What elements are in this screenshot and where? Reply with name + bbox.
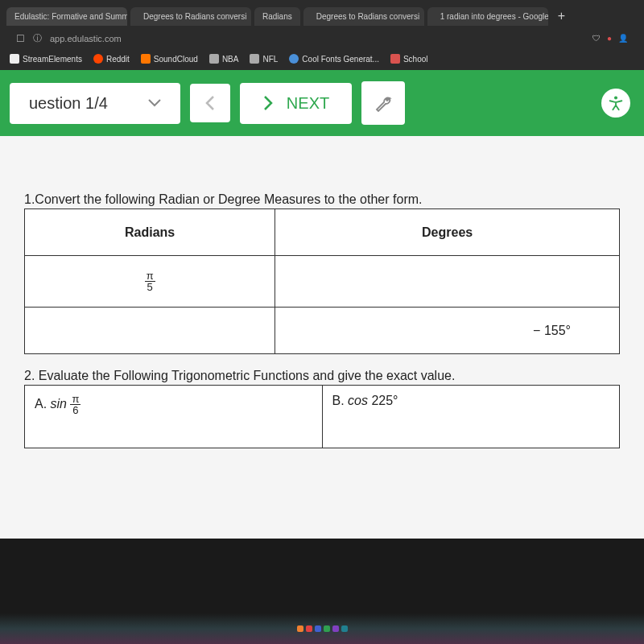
cos-arg: 225° bbox=[371, 394, 398, 407]
bookmark-soundcloud[interactable]: SoundCloud bbox=[141, 54, 198, 64]
taskbar-icon[interactable] bbox=[341, 625, 348, 632]
bookmark-label: Cool Fonts Generat... bbox=[302, 55, 379, 64]
part-b-label: B. bbox=[332, 394, 349, 407]
cell-sin[interactable]: A. sin π 6 bbox=[25, 386, 323, 448]
cos-func: cos bbox=[348, 394, 371, 407]
problem-1-prompt: 1.Convert the following Radian or Degree… bbox=[24, 192, 620, 207]
bookmark-icon bbox=[10, 54, 19, 64]
bookmark-coolfonts[interactable]: Cool Fonts Generat... bbox=[289, 54, 379, 64]
browser-sys-icons: 🛡 ● 👤 bbox=[592, 34, 628, 43]
fraction-pi-5: π 5 bbox=[145, 270, 155, 292]
browser-tab-radians[interactable]: Radians bbox=[254, 7, 300, 26]
cell-radians-2[interactable] bbox=[25, 308, 275, 354]
sin-func: sin bbox=[51, 397, 71, 411]
table-header-row: Radians Degrees bbox=[25, 209, 620, 256]
accessibility-button[interactable] bbox=[597, 85, 634, 122]
shield-icon[interactable]: 🛡 bbox=[592, 34, 601, 43]
problem-2: 2. Evaluate the Following Trigonometric … bbox=[24, 369, 620, 448]
next-label: NEXT bbox=[287, 94, 329, 113]
taskbar-icon[interactable] bbox=[324, 625, 330, 632]
accessibility-icon bbox=[601, 89, 630, 118]
tab-label: Radians bbox=[262, 12, 292, 21]
bookmark-nfl[interactable]: NFL bbox=[250, 54, 278, 64]
cell-degrees-2[interactable]: − 155° bbox=[275, 308, 620, 354]
taskbar[interactable] bbox=[0, 613, 644, 644]
reddit-icon bbox=[93, 54, 103, 64]
bookmark-label: NFL bbox=[262, 55, 278, 64]
nfl-icon bbox=[250, 54, 259, 64]
address-bar-row: ☐ ⓘ app.edulastic.com 🛡 ● 👤 bbox=[0, 27, 644, 49]
bookmark-label: NBA bbox=[222, 55, 239, 64]
browser-tab-edulastic[interactable]: Edulastic: Formative and Summ × bbox=[6, 7, 127, 26]
bookmark-streamelements[interactable]: StreamElements bbox=[10, 54, 82, 64]
browser-tab-degrees-2[interactable]: Degrees to Radians conversi bbox=[303, 7, 424, 26]
taskbar-icon[interactable] bbox=[315, 625, 321, 632]
evaluate-table: A. sin π 6 B. cos 225° bbox=[24, 385, 620, 448]
school-icon bbox=[390, 54, 400, 64]
nba-icon bbox=[209, 54, 219, 64]
browser-tab-google[interactable]: 1 radian into degrees - Google S bbox=[427, 7, 548, 26]
bookmark-label: StreamElements bbox=[23, 55, 82, 64]
site-lock-icon[interactable]: ⓘ bbox=[33, 32, 42, 44]
chevron-down-icon[interactable] bbox=[148, 99, 161, 107]
browser-tab-degrees-1[interactable]: Degrees to Radians conversi bbox=[130, 7, 251, 26]
conversion-table: Radians Degrees π 5 − 155° bbox=[24, 208, 620, 354]
address-url[interactable]: app.edulastic.com bbox=[50, 34, 122, 43]
browser-chrome: Edulastic: Formative and Summ × Degrees … bbox=[0, 0, 644, 70]
tools-button[interactable] bbox=[361, 81, 405, 125]
question-indicator[interactable]: uestion 1/4 bbox=[10, 83, 180, 124]
coolfonts-icon bbox=[289, 54, 299, 64]
wrench-icon bbox=[374, 93, 393, 113]
browser-tab-row: Edulastic: Formative and Summ × Degrees … bbox=[0, 5, 644, 27]
tab-label: Degrees to Radians conversi bbox=[143, 12, 246, 21]
bookmark-label: Reddit bbox=[106, 55, 130, 64]
cell-radians-1[interactable]: π 5 bbox=[25, 256, 275, 308]
bookmark-star-icon[interactable]: ☐ bbox=[16, 33, 25, 44]
tab-label: Edulastic: Formative and Summ bbox=[14, 12, 127, 21]
table-row: A. sin π 6 B. cos 225° bbox=[25, 386, 620, 448]
profile-icon[interactable]: 👤 bbox=[618, 34, 628, 43]
cell-cos[interactable]: B. cos 225° bbox=[322, 386, 620, 448]
cell-degrees-1[interactable] bbox=[275, 256, 620, 308]
table-row: − 155° bbox=[25, 308, 620, 354]
svg-point-0 bbox=[614, 97, 617, 100]
tab-label: 1 radian into degrees - Google S bbox=[440, 12, 548, 21]
header-radians: Radians bbox=[25, 209, 275, 256]
taskbar-icon[interactable] bbox=[332, 625, 339, 632]
bookmark-label: SoundCloud bbox=[154, 55, 198, 64]
prev-button[interactable] bbox=[190, 84, 230, 122]
header-degrees: Degrees bbox=[275, 209, 620, 256]
bookmark-nba[interactable]: NBA bbox=[209, 54, 239, 64]
fraction-pi-6: π 6 bbox=[70, 394, 80, 415]
taskbar-icon[interactable] bbox=[306, 625, 312, 632]
part-a-label: A. bbox=[35, 397, 51, 411]
bookmark-school[interactable]: School bbox=[390, 54, 428, 64]
bookmark-reddit[interactable]: Reddit bbox=[93, 54, 130, 64]
question-content: 1.Convert the following Radian or Degree… bbox=[0, 136, 644, 539]
next-button[interactable]: NEXT bbox=[240, 83, 352, 124]
app-header: uestion 1/4 NEXT bbox=[0, 70, 644, 136]
question-label: uestion 1/4 bbox=[29, 94, 108, 113]
bookmark-bar: StreamElements Reddit SoundCloud NBA NFL… bbox=[0, 49, 644, 70]
new-tab-button[interactable]: + bbox=[551, 9, 572, 23]
problem-2-prompt: 2. Evaluate the Following Trigonometric … bbox=[24, 369, 620, 383]
sync-icon[interactable]: ● bbox=[607, 34, 612, 43]
taskbar-icon[interactable] bbox=[297, 625, 303, 632]
chevron-right-icon bbox=[262, 95, 274, 111]
bookmark-label: School bbox=[403, 55, 428, 64]
soundcloud-icon bbox=[141, 54, 151, 64]
table-row: π 5 bbox=[25, 256, 620, 308]
tab-label: Degrees to Radians conversi bbox=[316, 12, 419, 21]
